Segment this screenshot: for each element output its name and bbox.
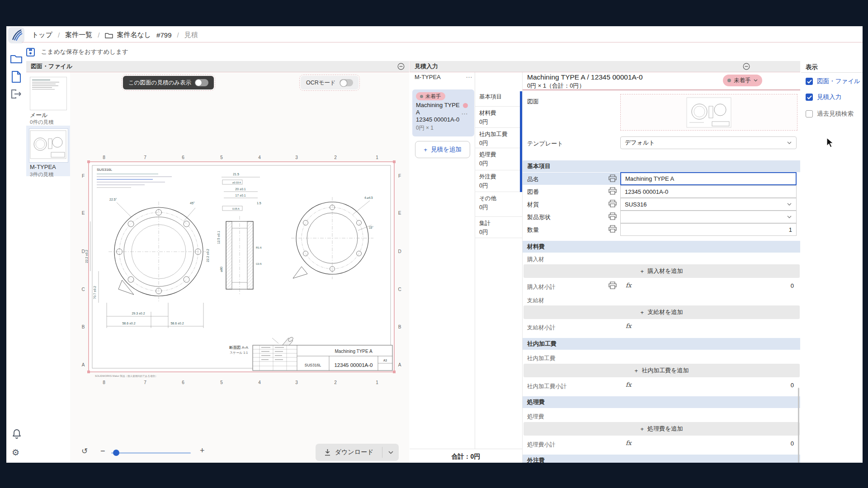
svg-text:F: F <box>398 174 401 178</box>
add-label: 支給材を追加 <box>647 308 683 316</box>
file-item-mtypea-thumbnail[interactable] <box>29 128 68 163</box>
printer-icon[interactable] <box>609 187 617 195</box>
estimates-panel-header: 見積入力 <box>410 61 800 72</box>
drawing-sheet[interactable] <box>89 162 394 372</box>
save-notice-text: こまめな保存をおすすめします <box>41 48 128 56</box>
estimate-card[interactable]: 未着手 Machining TYPE A 12345 00001A-0 0円 ×… <box>412 89 474 136</box>
plus-icon: + <box>641 309 644 316</box>
svg-text:A: A <box>398 362 401 367</box>
tab-basic[interactable]: 基本項目 <box>475 90 522 107</box>
app-window: トップ / 案件一覧 / 案件名なし #799 / 見積 こまめな保存をおすすめ… <box>6 26 863 463</box>
svg-text:⌀0.03 A: ⌀0.03 A <box>232 181 241 184</box>
file-item-mtypea-name[interactable]: M-TYPEA <box>30 164 56 170</box>
estimate-card-menu[interactable]: … <box>461 108 468 116</box>
breadcrumb-projects[interactable]: 案件一覧 <box>65 31 92 39</box>
tab-material[interactable]: 材料費 0円 <box>475 107 522 128</box>
formula-icon[interactable]: fx <box>626 322 632 329</box>
svg-text:B: B <box>398 324 401 329</box>
drawing-preview-box[interactable] <box>620 94 797 131</box>
svg-text:8: 8 <box>103 155 105 160</box>
download-icon <box>324 449 331 456</box>
notifications-button[interactable] <box>12 428 22 441</box>
mouse-cursor <box>826 137 835 148</box>
display-option-estimates[interactable]: 見積入力 <box>806 93 841 101</box>
desktop: { "ui": { "plus": "+", "minus": "−", "do… <box>0 0 868 488</box>
zoom-out-button[interactable]: − <box>100 446 105 456</box>
only-this-drawing-switch[interactable] <box>195 79 208 86</box>
checkbox-unchecked-icon[interactable] <box>806 110 813 117</box>
printer-icon[interactable] <box>609 174 617 182</box>
field-input-hinmei[interactable]: Machining TYPE A <box>620 172 797 185</box>
checkbox-checked-icon[interactable] <box>806 78 813 85</box>
formula-icon[interactable]: fx <box>626 439 632 446</box>
display-option-files[interactable]: 図面・ファイル <box>806 77 860 85</box>
formula-icon[interactable]: fx <box>626 381 632 388</box>
breadcrumb: トップ / 案件一覧 / 案件名なし #799 / 見積 <box>32 29 198 41</box>
field-input-suuryou[interactable]: 1 <box>620 223 797 236</box>
zoom-in-button[interactable]: + <box>200 446 205 455</box>
printer-icon[interactable] <box>609 200 617 207</box>
download-menu-button[interactable] <box>382 451 399 454</box>
nav-document-button[interactable] <box>11 70 21 85</box>
tab-summary[interactable]: 集計 0円 <box>475 217 522 238</box>
form-scrollbar[interactable] <box>798 388 799 463</box>
status-dropdown[interactable]: 未着手 <box>723 75 762 86</box>
svg-text:3: 3 <box>295 380 298 385</box>
field-label-hinmei: 品名 <box>527 175 539 183</box>
estimate-file-menu[interactable]: … <box>466 71 473 79</box>
field-select-keijou[interactable] <box>620 211 797 223</box>
file-item-mail-thumbnail[interactable] <box>30 77 67 110</box>
zoom-slider-track[interactable] <box>111 452 191 454</box>
svg-text:6: 6 <box>182 380 184 385</box>
nav-signout-button[interactable] <box>10 89 22 101</box>
tab-processing[interactable]: 処理費 0円 <box>475 148 522 170</box>
inhouse-subtotal-label: 社内加工費小計 <box>527 383 567 390</box>
estimate-form: Machining TYPE A / 12345 00001A-0 0円 × 1… <box>522 72 800 463</box>
template-select[interactable]: デフォルト <box>620 136 797 149</box>
field-input-zuban[interactable]: 12345 00001A-0 <box>620 185 797 198</box>
printer-icon[interactable] <box>609 282 617 289</box>
nav-folder-button[interactable] <box>10 53 23 66</box>
add-processing-button[interactable]: + 処理費を追加 <box>524 422 800 436</box>
header-divider <box>22 42 863 42</box>
download-button[interactable]: ダウンロード <box>316 448 382 456</box>
bell-icon <box>12 428 22 439</box>
app-logo[interactable] <box>8 27 24 43</box>
breadcrumb-home[interactable]: トップ <box>32 31 52 39</box>
svg-text:8: 8 <box>103 380 105 385</box>
tab-outsourcing[interactable]: 外注費 0円 <box>475 170 522 192</box>
add-supplied-material-button[interactable]: + 支給材を追加 <box>524 305 800 319</box>
collapse-files-panel-icon[interactable] <box>397 63 405 70</box>
tab-amount: 0円 <box>479 118 522 126</box>
display-option-past-search[interactable]: 過去見積検索 <box>806 110 854 118</box>
add-purchase-material-button[interactable]: + 購入材を追加 <box>524 264 800 278</box>
tab-inhouse[interactable]: 社内加工費 0円 <box>475 128 522 148</box>
svg-text:F: F <box>82 174 85 178</box>
collapse-estimates-panel-icon[interactable] <box>743 63 750 70</box>
printer-icon[interactable] <box>609 225 617 233</box>
add-estimate-button[interactable]: + 見積を追加 <box>415 141 470 158</box>
formula-icon[interactable]: fx <box>626 282 632 289</box>
tab-other[interactable]: その他 0円 <box>475 192 522 217</box>
ocr-mode-switch[interactable] <box>340 79 353 86</box>
breadcrumb-case[interactable]: 案件名なし <box>117 31 151 39</box>
technical-drawing[interactable]: 87 65 43 21 87 65 43 21 FE DC BA FE DC B… <box>77 154 407 386</box>
only-this-drawing-toggle[interactable]: この図面の見積のみ表示 <box>123 76 214 89</box>
zoom-slider-knob[interactable] <box>113 450 119 456</box>
checkbox-checked-icon[interactable] <box>806 94 813 101</box>
form-title-bar: Machining TYPE A / 12345 00001A-0 0円 × 1… <box>523 72 800 90</box>
display-panel: 表示 図面・ファイル 見積入力 過去見積検索 <box>801 61 863 463</box>
file-item-mail-name[interactable]: メール <box>30 111 48 119</box>
ocr-mode-toggle[interactable]: OCRモード <box>301 76 359 89</box>
printer-icon[interactable] <box>609 212 617 220</box>
tab-amount: 0円 <box>479 160 522 168</box>
minus-icon: − <box>100 446 105 455</box>
reset-view-button[interactable]: ↺ <box>81 446 88 456</box>
download-label: ダウンロード <box>335 448 374 456</box>
settings-button[interactable]: ⚙ <box>12 447 19 458</box>
rotate-ccw-icon: ↺ <box>81 447 88 455</box>
add-inhouse-button[interactable]: + 社内加工費を追加 <box>524 364 800 377</box>
purchase-material-label: 購入材 <box>527 256 544 263</box>
field-select-zaishitsu[interactable]: SUS316 <box>620 198 797 211</box>
drawing-canvas[interactable]: この図面の見積のみ表示 OCRモード 87 65 43 21 87 65 43 … <box>70 72 409 463</box>
